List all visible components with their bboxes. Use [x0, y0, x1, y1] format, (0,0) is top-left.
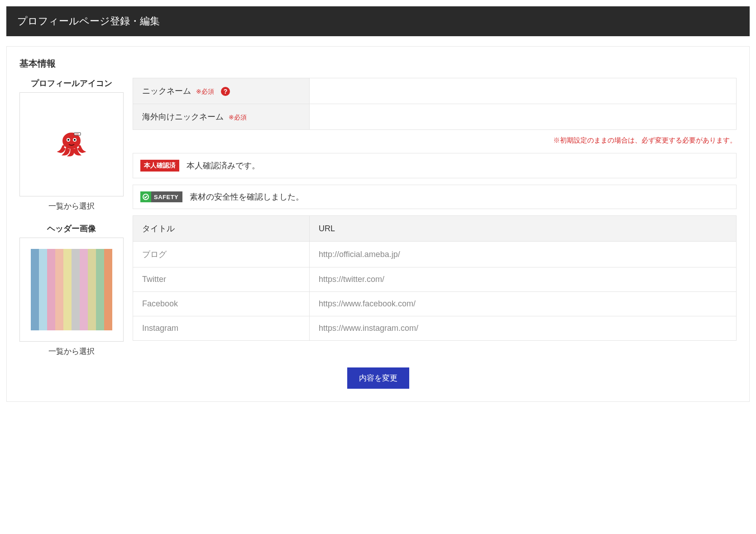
- octopus-icon: [55, 127, 88, 162]
- links-table: タイトル URL ブログ http://official.ameba.jp/ T…: [133, 215, 737, 341]
- nickname-required: ※必須: [196, 88, 214, 95]
- safety-badge-text: SAFETY: [154, 194, 178, 200]
- intl-nickname-required: ※必須: [229, 114, 247, 121]
- svg-point-4: [74, 139, 76, 141]
- submit-button[interactable]: 内容を変更: [347, 367, 409, 389]
- left-column: プロフィールアイコン 一覧から選択 ヘッダー画像: [19, 78, 124, 357]
- profile-icon-box[interactable]: [19, 92, 124, 196]
- table-row: Instagram https://www.instagram.com/: [133, 316, 737, 341]
- link-title[interactable]: Facebook: [133, 292, 310, 316]
- help-icon[interactable]: ?: [221, 87, 230, 96]
- link-title[interactable]: Instagram: [133, 316, 310, 341]
- svg-point-7: [77, 134, 78, 134]
- link-url[interactable]: https://twitter.com/: [310, 267, 737, 292]
- links-header-row: タイトル URL: [133, 216, 737, 242]
- check-icon: [140, 191, 151, 202]
- section-title: 基本情報: [19, 57, 737, 70]
- nickname-label: ニックネーム: [142, 86, 191, 95]
- page-header: プロフィールページ登録・編集: [6, 6, 750, 36]
- submit-row: 内容を変更: [19, 367, 737, 389]
- header-image-select-link[interactable]: 一覧から選択: [48, 346, 95, 357]
- svg-point-2: [67, 139, 69, 141]
- links-header-title: タイトル: [133, 216, 310, 242]
- intl-nickname-row: 海外向けニックネーム ※必須: [133, 104, 737, 130]
- table-row: Facebook https://www.facebook.com/: [133, 292, 737, 316]
- link-title[interactable]: Twitter: [133, 267, 310, 292]
- link-url[interactable]: https://www.facebook.com/: [310, 292, 737, 316]
- nickname-value-cell[interactable]: [310, 78, 737, 104]
- main-panel: 基本情報 プロフィールアイコン 一覧から選択 ヘッダ: [6, 46, 750, 402]
- identity-verified-row: 本人確認済 本人確認済みです。: [133, 153, 737, 178]
- nickname-label-cell: ニックネーム ※必須 ?: [133, 78, 310, 104]
- table-row: Twitter https://twitter.com/: [133, 267, 737, 292]
- right-column: ニックネーム ※必須 ? 海外向けニックネーム ※必須 ※初期設定のままの場合は…: [133, 78, 737, 357]
- chalk-image: [31, 249, 112, 330]
- link-title[interactable]: ブログ: [133, 242, 310, 267]
- header-image-box[interactable]: [19, 238, 124, 342]
- link-url[interactable]: http://official.ameba.jp/: [310, 242, 737, 267]
- link-url[interactable]: https://www.instagram.com/: [310, 316, 737, 341]
- intl-nickname-label-cell: 海外向けニックネーム ※必須: [133, 104, 310, 130]
- header-image-label: ヘッダー画像: [19, 223, 124, 234]
- nickname-table: ニックネーム ※必須 ? 海外向けニックネーム ※必須: [133, 78, 737, 130]
- safety-text: 素材の安全性を確認しました。: [190, 191, 304, 202]
- verified-badge: 本人確認済: [140, 160, 179, 172]
- profile-icon-label: プロフィールアイコン: [19, 78, 124, 89]
- verified-text: 本人確認済みです。: [187, 160, 260, 171]
- page-title: プロフィールページ登録・編集: [17, 15, 160, 27]
- table-row: ブログ http://official.ameba.jp/: [133, 242, 737, 267]
- safety-badge: SAFETY: [140, 191, 182, 202]
- warning-text: ※初期設定のままの場合は、必ず変更する必要があります。: [133, 136, 737, 145]
- intl-nickname-label: 海外向けニックネーム: [142, 112, 224, 121]
- safety-row: SAFETY 素材の安全性を確認しました。: [133, 185, 737, 209]
- nickname-row: ニックネーム ※必須 ?: [133, 78, 737, 104]
- content-row: プロフィールアイコン 一覧から選択 ヘッダー画像: [19, 78, 737, 357]
- links-header-url: URL: [310, 216, 737, 242]
- profile-icon-select-link[interactable]: 一覧から選択: [48, 201, 95, 211]
- svg-point-6: [76, 134, 77, 134]
- intl-nickname-value-cell[interactable]: [310, 104, 737, 130]
